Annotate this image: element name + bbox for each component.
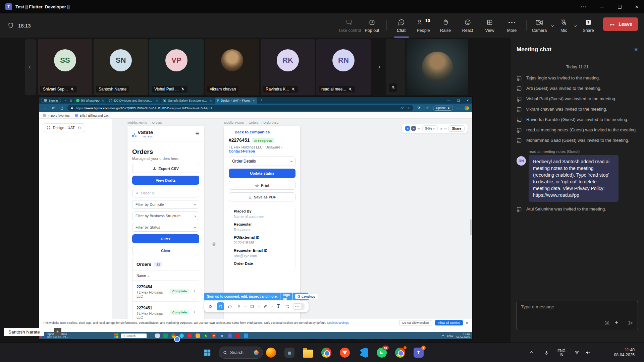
home-icon[interactable] bbox=[59, 106, 64, 110]
taskbar-teams-icon[interactable]: T 1 bbox=[413, 347, 425, 359]
figma-canvas[interactable]: Mobile: Home → Orders Mobile: Home → Ord… bbox=[112, 119, 472, 319]
shared-taskbar-app-icon[interactable] bbox=[171, 334, 176, 338]
print-button[interactable]: Print bbox=[229, 181, 296, 190]
emoji-icon[interactable] bbox=[604, 320, 610, 326]
browser-tab-active[interactable]: Design - UAT – Figma✕ bbox=[215, 98, 257, 104]
shared-taskbar-app-icon[interactable] bbox=[244, 334, 248, 338]
design-frame-order-detail[interactable]: ←Back to companies #2276451In Progress T… bbox=[224, 126, 300, 319]
dev-mode-toggle[interactable]: </> bbox=[293, 303, 305, 310]
hand-tool-icon[interactable] bbox=[217, 302, 224, 310]
bookmark-item[interactable]: Bills | Billing and Co... bbox=[75, 114, 110, 117]
browser-close-button[interactable]: ✕ bbox=[466, 99, 469, 102]
wifi-icon[interactable] bbox=[574, 343, 580, 362]
figma-share-button[interactable]: Share bbox=[448, 125, 465, 132]
view-drafts-button[interactable]: View Drafts bbox=[132, 176, 199, 185]
frame-tool-icon[interactable]: # bbox=[236, 303, 242, 310]
people-button[interactable]: 10 People bbox=[412, 15, 434, 36]
chevron-down-icon[interactable] bbox=[245, 305, 246, 307]
browser-tab[interactable]: DC Divisions and Surroundings✕ bbox=[107, 98, 160, 104]
workspaces-icon[interactable]: ◔ bbox=[63, 98, 68, 103]
name-column-header[interactable]: Name↓ bbox=[132, 271, 199, 281]
address-bar[interactable]: https://www.figma.com/design/9BKQ0FOHRWa… bbox=[67, 105, 413, 111]
minimize-button[interactable]: — bbox=[600, 4, 604, 9]
tab-close-icon[interactable]: ✕ bbox=[156, 99, 158, 102]
components-icon[interactable] bbox=[284, 303, 290, 310]
clock[interactable]: 11:4008-04-2025 bbox=[604, 343, 639, 362]
new-tab-button[interactable]: + bbox=[260, 98, 262, 103]
present-play-icon[interactable]: ▷ bbox=[440, 127, 443, 130]
shared-taskbar-app-icon[interactable]: T bbox=[228, 334, 232, 338]
shape-tool-icon[interactable] bbox=[249, 303, 255, 310]
design-frame-orders[interactable]: vStateFILINGS ☰ Orders Manage all your o… bbox=[127, 126, 204, 319]
tab-close-icon[interactable]: ✕ bbox=[210, 99, 212, 102]
shared-start-button[interactable] bbox=[114, 334, 118, 338]
frame-label[interactable]: Mobile: Home → Orders bbox=[127, 121, 162, 124]
collaborator-avatar[interactable]: A bbox=[411, 126, 416, 131]
order-row[interactable]: 2279454TL Flex Holdings LLC Complete bbox=[132, 281, 199, 302]
share-button[interactable]: Share bbox=[579, 15, 598, 36]
taskbar-search-box[interactable]: Search bbox=[219, 347, 263, 359]
shared-search-box[interactable]: Search bbox=[121, 334, 147, 338]
chat-close-icon[interactable]: ✕ bbox=[634, 47, 638, 52]
participant-tile[interactable]: vikram chavan bbox=[205, 39, 259, 95]
filter-domicile-select[interactable]: Filter by Domicile bbox=[132, 200, 199, 209]
browser-more-icon[interactable]: ⋯ bbox=[456, 106, 462, 110]
participant-tile[interactable]: RN read.ai mee... bbox=[316, 39, 371, 95]
more-button[interactable]: More bbox=[501, 15, 523, 36]
participant-tile[interactable]: SN Santosh Narate bbox=[94, 39, 148, 95]
cookie-settings-link[interactable]: Cookies settings bbox=[327, 321, 349, 324]
shared-taskbar-app-icon[interactable] bbox=[187, 334, 192, 338]
mic-options-chevron[interactable] bbox=[572, 19, 579, 32]
shared-tray-chevron-icon[interactable] bbox=[442, 335, 444, 337]
read-aloud-icon[interactable]: A° bbox=[400, 106, 404, 110]
tray-mic-icon[interactable] bbox=[544, 343, 549, 362]
allow-cookies-button[interactable]: Allow all cookies bbox=[435, 320, 463, 325]
text-tool-icon[interactable]: T bbox=[275, 303, 281, 310]
attach-plus-icon[interactable]: + bbox=[614, 319, 618, 326]
filter-business-select[interactable]: Filter by Business Structure bbox=[132, 212, 199, 220]
canvas-scrollbar[interactable] bbox=[470, 219, 472, 235]
hamburger-menu-icon[interactable]: ☰ bbox=[195, 131, 199, 136]
filter-status-select[interactable]: Filter by Status bbox=[132, 223, 199, 232]
back-to-companies-link[interactable]: ←Back to companies bbox=[229, 130, 296, 134]
participant-tile[interactable]: RK Ravindra K... bbox=[261, 39, 315, 95]
deny-cookies-button[interactable]: Do not allow cookies bbox=[399, 320, 432, 325]
taskbar-firefox-icon[interactable] bbox=[265, 347, 277, 359]
vertical-tabs-icon[interactable]: ▯ bbox=[68, 98, 74, 103]
gallery-prev-button[interactable] bbox=[25, 39, 36, 95]
update-status-button[interactable]: Update status bbox=[229, 169, 296, 178]
browser-tab[interactable]: X Sample Salary Structure with calc✕ bbox=[161, 98, 214, 104]
language-indicator[interactable]: ENGIN bbox=[557, 343, 566, 362]
browser-maximize-button[interactable]: ❏ bbox=[457, 99, 460, 102]
order-row[interactable]: 2279451TL Flex Holdings LLC Complete bbox=[132, 302, 199, 319]
signup-button[interactable]: Sign up bbox=[280, 292, 293, 301]
shared-taskbar-app-icon[interactable] bbox=[196, 334, 200, 338]
participant-tile[interactable]: VP Vishal Patil ... bbox=[149, 39, 204, 95]
figma-file-chip[interactable]: Design - UAT bbox=[43, 123, 85, 132]
spotlight-tile[interactable] bbox=[407, 39, 468, 95]
google-continue-button[interactable]: GContinue bbox=[295, 294, 318, 299]
chat-button[interactable]: Chat bbox=[390, 15, 412, 36]
shared-taskbar-app-icon[interactable] bbox=[155, 334, 160, 338]
order-details-select[interactable]: Order Details bbox=[229, 157, 296, 166]
mic-button[interactable]: Mic bbox=[556, 15, 572, 36]
gallery-next-button[interactable] bbox=[375, 39, 382, 95]
clear-button[interactable]: Clear bbox=[132, 246, 199, 255]
start-button[interactable] bbox=[201, 347, 213, 359]
frame-label[interactable]: Mobile: Home → Orders → Order ABC bbox=[224, 121, 279, 124]
collections-icon[interactable]: ☆ bbox=[425, 106, 430, 110]
pen-tool-icon[interactable] bbox=[262, 303, 268, 310]
taskbar-chrome-icon[interactable] bbox=[320, 347, 332, 359]
react-button[interactable]: React bbox=[457, 15, 479, 36]
overlay-plus-button[interactable]: + bbox=[54, 328, 61, 335]
order-id-input[interactable]: Order ID bbox=[132, 189, 199, 197]
save-as-pdf-button[interactable]: Save as PDF bbox=[229, 192, 296, 201]
browser-minimize-button[interactable]: — bbox=[447, 99, 450, 102]
camera-button[interactable]: Camera bbox=[530, 15, 549, 36]
move-tool-icon[interactable] bbox=[208, 303, 214, 310]
shared-clock[interactable]: 11:4008-04-2025 bbox=[456, 333, 470, 339]
close-button[interactable]: ✕ bbox=[635, 4, 639, 9]
raise-hand-button[interactable]: Raise bbox=[434, 15, 457, 36]
browser-profile-button[interactable]: Sign in bbox=[41, 98, 61, 103]
titlebar-more-icon[interactable] bbox=[581, 6, 586, 7]
